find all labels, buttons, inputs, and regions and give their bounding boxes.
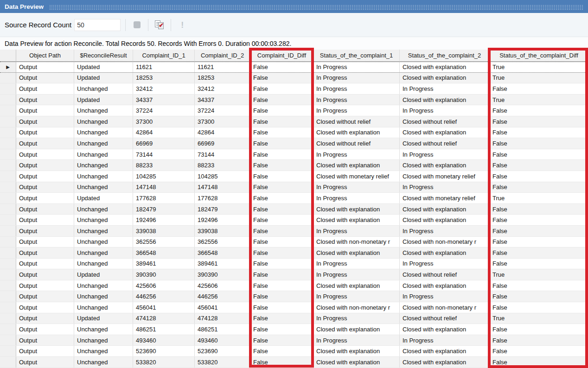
table-cell[interactable]: 390390 [133,269,195,280]
table-cell[interactable]: True [490,62,588,72]
table-cell[interactable]: Closed with non-monetary r [400,302,490,313]
table-cell[interactable]: True [490,193,588,203]
table-cell[interactable]: Closed with explanation [400,62,490,72]
table-cell[interactable]: Output [16,149,74,160]
table-cell[interactable]: 493460 [195,335,250,346]
table-cell[interactable]: Unchanged [74,160,133,171]
row-selector[interactable] [0,259,16,269]
table-cell[interactable]: Closed without relief [400,313,490,324]
table-cell[interactable]: Closed without relief [313,116,400,127]
table-cell[interactable]: True [490,269,588,280]
table-cell[interactable]: Unchanged [74,346,133,356]
column-header[interactable]: Status_of_the_complaint_1 [313,50,400,62]
table-row[interactable]: OutputUpdated390390390390FalseIn Progres… [0,269,588,280]
table-cell[interactable]: False [250,127,313,138]
table-row[interactable]: OutputUnchanged362556362556FalseClosed w… [0,237,588,248]
table-cell[interactable]: Output [16,62,74,72]
table-cell[interactable]: Closed with non-monetary r [313,302,400,313]
table-cell[interactable]: In Progress [313,259,400,269]
table-row[interactable]: OutputUnchanged366548366548FalseClosed w… [0,247,588,259]
table-cell[interactable]: 474128 [195,313,250,324]
table-row[interactable]: OutputUpdated474128474128FalseIn Progres… [0,313,588,324]
table-cell[interactable]: Closed with monetary relief [313,171,400,182]
table-cell[interactable]: In Progress [313,291,400,302]
table-cell[interactable]: 11621 [195,62,250,72]
table-cell[interactable]: False [490,302,588,313]
table-row[interactable]: ▶OutputUpdated1162111621FalseIn Progress… [0,62,588,73]
table-cell[interactable]: Output [16,204,74,215]
column-header[interactable]: Status_of_the_complaint_2 [400,50,490,62]
table-cell[interactable]: 37224 [133,105,195,116]
table-cell[interactable]: Unchanged [74,127,133,138]
table-cell[interactable]: Output [16,291,74,302]
table-cell[interactable]: Unchanged [74,324,133,335]
table-cell[interactable]: False [250,237,313,247]
table-cell[interactable]: In Progress [400,105,490,116]
table-cell[interactable]: 533820 [195,357,250,368]
table-cell[interactable]: In Progress [400,291,490,302]
table-cell[interactable]: 339038 [195,226,250,236]
table-cell[interactable]: False [490,237,588,247]
table-row[interactable]: OutputUpdated1825318253FalseIn ProgressC… [0,73,588,84]
table-cell[interactable]: In Progress [313,335,400,346]
table-cell[interactable]: Output [16,280,74,291]
table-cell[interactable]: 486251 [195,324,250,335]
table-cell[interactable]: 390390 [195,269,250,280]
table-cell[interactable]: Unchanged [74,105,133,116]
table-row[interactable]: OutputUnchanged3722437224FalseIn Progres… [0,105,588,116]
column-header[interactable]: Complaint_ID_2 [195,50,250,62]
table-cell[interactable]: Output [16,105,74,116]
table-cell[interactable]: False [490,171,588,182]
row-selector[interactable] [0,247,16,258]
table-cell[interactable]: Updated [74,193,133,203]
table-row[interactable]: OutputUnchanged339038339038FalseIn Progr… [0,226,588,237]
table-cell[interactable]: Closed with explanation [313,280,400,291]
table-row[interactable]: OutputUnchanged8823388233FalseClosed wit… [0,160,588,171]
table-cell[interactable]: Closed with explanation [313,204,400,215]
table-cell[interactable]: Output [16,116,74,127]
table-cell[interactable]: 32412 [133,83,195,94]
column-header[interactable]: $ReconcileResult [74,50,133,62]
table-cell[interactable]: Closed with explanation [400,73,490,83]
table-cell[interactable]: 474128 [133,313,195,324]
table-cell[interactable]: 104285 [195,171,250,182]
table-row[interactable]: OutputUnchanged6696966969FalseClosed wit… [0,138,588,149]
table-cell[interactable]: Updated [74,73,133,83]
row-selector[interactable] [0,302,16,313]
table-cell[interactable]: Unchanged [74,215,133,225]
table-cell[interactable]: Unchanged [74,138,133,149]
table-cell[interactable]: False [490,324,588,335]
row-selector[interactable] [0,280,16,291]
table-cell[interactable]: False [490,259,588,269]
table-cell[interactable]: True [490,73,588,83]
table-cell[interactable]: False [250,226,313,236]
table-cell[interactable]: Closed with explanation [400,357,490,368]
table-cell[interactable]: In Progress [400,83,490,94]
table-cell[interactable]: Closed without relief [400,269,490,280]
table-cell[interactable]: Unchanged [74,291,133,302]
table-cell[interactable]: 37300 [195,116,250,127]
table-cell[interactable]: 104285 [133,171,195,182]
table-cell[interactable]: In Progress [400,259,490,269]
table-cell[interactable]: Closed with explanation [400,247,490,258]
table-row[interactable]: OutputUnchanged486251486251FalseClosed w… [0,324,588,335]
table-cell[interactable]: In Progress [400,226,490,236]
table-cell[interactable]: 32412 [195,83,250,94]
table-cell[interactable]: Unchanged [74,335,133,346]
table-cell[interactable]: 147148 [195,182,250,193]
row-selector[interactable] [0,357,16,368]
table-row[interactable]: OutputUnchanged3241232412FalseIn Progres… [0,83,588,95]
table-cell[interactable]: In Progress [313,226,400,236]
table-cell[interactable]: 182479 [195,204,250,215]
table-cell[interactable]: 177628 [133,193,195,203]
table-cell[interactable]: In Progress [400,335,490,346]
table-cell[interactable]: Updated [74,62,133,72]
table-cell[interactable]: 486251 [133,324,195,335]
table-cell[interactable]: Closed with monetary relief [400,193,490,203]
errors-info-button[interactable]: ! [176,19,189,32]
table-cell[interactable]: False [250,160,313,171]
table-cell[interactable]: In Progress [400,182,490,193]
table-cell[interactable]: Unchanged [74,116,133,127]
table-cell[interactable]: 37300 [133,116,195,127]
table-cell[interactable]: In Progress [313,62,400,72]
